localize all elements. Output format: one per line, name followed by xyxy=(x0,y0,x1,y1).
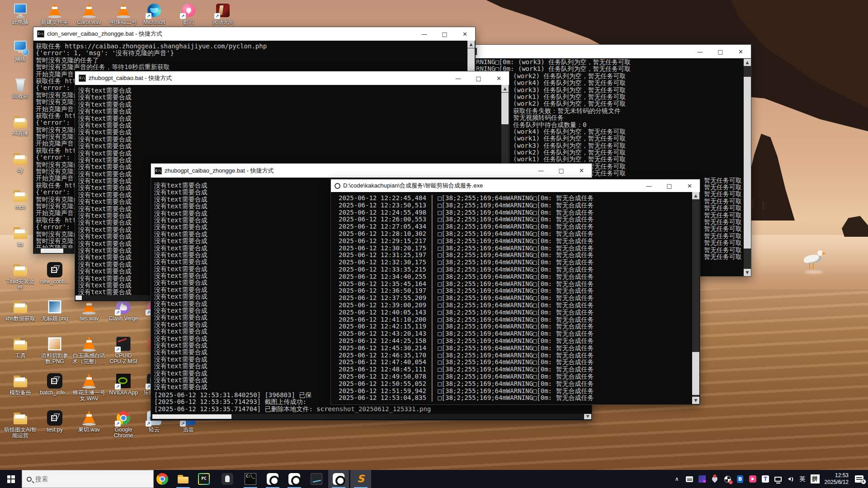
scroll-thumb[interactable] xyxy=(692,352,699,395)
scroll-up-arrow[interactable]: ▲ xyxy=(467,41,475,48)
scroll-down-arrow[interactable]: ▼ xyxy=(744,269,751,276)
pycharm-icon xyxy=(198,473,210,485)
console-app-icon xyxy=(335,183,340,189)
vlc-icon xyxy=(81,410,97,426)
scroll-thumb[interactable] xyxy=(152,414,231,419)
taskbar-app-chrome[interactable] xyxy=(152,470,173,488)
scroll-thumb[interactable] xyxy=(501,93,509,124)
pink-app-icon[interactable] xyxy=(749,475,757,483)
pin-app-icon[interactable] xyxy=(711,475,719,483)
scroll-down-arrow[interactable]: ▼ xyxy=(692,397,699,404)
close-button[interactable]: ✕ xyxy=(679,179,700,192)
minimize-button[interactable]: — xyxy=(448,71,468,85)
folder-icon xyxy=(13,262,28,277)
titlebar[interactable]: C:\ — □ ✕ xyxy=(466,45,751,58)
close-button[interactable]: ✕ xyxy=(571,164,592,178)
taskbar-app-o-app-2[interactable] xyxy=(284,470,305,488)
desktop-icon-microsoft[interactable]: ↗Microsoft xyxy=(134,3,174,25)
blue-app-icon[interactable] xyxy=(698,475,706,483)
titlebar[interactable]: C:\ zhubogpt_caibao_zhongge.bat - 快捷方式 —… xyxy=(151,164,592,178)
maximize-button[interactable]: □ xyxy=(551,164,571,178)
minimize-button[interactable]: — xyxy=(531,164,551,178)
maximize-button[interactable]: □ xyxy=(434,27,455,41)
taskbar-app-terminal[interactable] xyxy=(240,470,261,488)
hidden-icons-chevron[interactable]: ∧ xyxy=(673,475,681,483)
desktop-icon-batch_infe...[interactable]: batch_infe... xyxy=(35,373,75,396)
search-input[interactable] xyxy=(35,475,135,483)
ime-indicator[interactable]: 拼 xyxy=(811,474,820,483)
titlebar[interactable]: C:\ zhubogpt_caibao.bat - 快捷方式 — □ ✕ xyxy=(75,71,509,85)
taskbar-app-o-app-3[interactable] xyxy=(328,470,349,488)
horizontal-scrollbar[interactable]: ▼ xyxy=(151,414,591,419)
taskbar-app-pycharm[interactable] xyxy=(193,470,214,488)
bluetooth-icon[interactable]: B xyxy=(736,475,744,483)
desktop-icon-影刀[interactable]: ↗影刀 xyxy=(169,3,208,25)
terminal-line: 暂无任务可取 xyxy=(704,205,868,211)
vertical-scrollbar[interactable]: ▲ ▼ xyxy=(692,192,699,404)
desktop-icon-label: mcn xyxy=(15,205,26,211)
s-app-icon xyxy=(355,473,367,485)
cmd-icon: C:\ xyxy=(37,30,44,38)
scroll-up-arrow[interactable]: ▲ xyxy=(692,192,699,199)
minimize-button[interactable]: — xyxy=(690,45,710,58)
desktop-icon-白玉高感白话-术（完整）....[interactable]: 白玉高感白话 术（完整）.... xyxy=(69,336,109,365)
desktop-icon-test.py[interactable]: test.py xyxy=(35,410,75,433)
scroll-thumb[interactable] xyxy=(75,296,82,300)
desktop-icon-label: Clash Verge xyxy=(108,316,138,322)
terminal-line: 暂无任务可取 xyxy=(704,177,868,184)
titlebar[interactable]: D:\code\kakachupian\合成服务\智能剪辑合成服务.exe — … xyxy=(331,179,700,192)
taskbar-app-o-app-1[interactable] xyxy=(262,470,283,488)
scroll-down-arrow[interactable]: ▼ xyxy=(584,414,591,419)
desktop-icon-此电脑[interactable]: 此电脑 xyxy=(0,3,40,25)
close-button[interactable]: ✕ xyxy=(455,27,475,41)
desktop-icon-carol.wav[interactable]: Carol.wav xyxy=(69,3,109,25)
terminal-line: 2025-06-12 12:31:25,197 │ □[38;2;255;169… xyxy=(339,252,692,259)
scroll-thumb[interactable] xyxy=(744,77,751,249)
taskbar-app-s-app[interactable] xyxy=(350,470,371,488)
close-button[interactable]: ✕ xyxy=(489,71,509,85)
start-button[interactable] xyxy=(0,470,22,488)
desktop-icon-ttuid安装文-件[interactable]: Ttuid安装文 件 xyxy=(0,262,40,291)
desktop-icon-听悟图文ai智-能运营[interactable]: 听悟图文AI智 能运营 xyxy=(0,410,40,439)
touch-keyboard-icon[interactable] xyxy=(686,475,693,483)
maximize-button[interactable]: □ xyxy=(659,179,679,192)
desktop-icon-工具[interactable]: 工具 xyxy=(0,336,40,359)
desktop-icon-模型备份[interactable]: 模型备份 xyxy=(0,373,40,396)
o-app-2-icon xyxy=(288,473,300,485)
desktop-icon-新建文件夹[interactable]: 新建文件夹 xyxy=(35,3,75,25)
terminal-line: 2025-06-12 12:28:10,302 │ □[38;2;255;169… xyxy=(339,230,692,238)
folder-icon xyxy=(13,188,28,203)
scroll-up-arrow[interactable]: ▲ xyxy=(744,59,751,66)
terminal-line: 没有text需要合成 xyxy=(78,129,501,136)
minimize-button[interactable]: — xyxy=(414,27,434,41)
desktop-icon-无标题.png[interactable]: 无标题.png xyxy=(35,299,75,322)
volume-icon[interactable] xyxy=(787,475,795,483)
taskbar-app-performance-monitor[interactable] xyxy=(306,470,327,488)
desktop-icon-蜂花主播一号-女.wav[interactable]: 蜂花主播一号 女.WAV xyxy=(69,373,109,402)
maximize-button[interactable]: □ xyxy=(710,45,731,58)
desktop-icon-果切.wav[interactable]: 果切.wav xyxy=(69,410,109,433)
desktop-icon-语料切割参-数.png[interactable]: 语料切割参 数.PNG xyxy=(35,336,75,365)
taskbar-app-file-explorer[interactable] xyxy=(173,470,193,488)
teams-icon[interactable]: T xyxy=(762,475,769,483)
desktop-icon-new_confi...[interactable]: new_confi... xyxy=(35,262,75,285)
scroll-thumb[interactable] xyxy=(41,249,63,253)
language-indicator[interactable]: 英 xyxy=(800,475,806,483)
image-blue-icon xyxy=(47,299,62,314)
security-app-icon[interactable] xyxy=(724,475,731,483)
taskbar-app-dark-app[interactable] xyxy=(217,470,238,488)
clock[interactable]: 12:53 2025/6/12 xyxy=(825,472,849,486)
titlebar[interactable]: C:\ clon_server_caibao_zhongge.bat - 快捷方… xyxy=(33,27,475,41)
desktop-icon-xhs数据获取[interactable]: xhs数据获取 xyxy=(0,299,40,322)
desktop-icon-永动无间[interactable]: ↗永动无间 xyxy=(203,3,243,25)
desktop-icon-tws.wav[interactable]: tws.wav xyxy=(69,299,109,322)
network-icon[interactable] xyxy=(774,475,782,483)
notifications-icon[interactable]: 4 xyxy=(854,475,864,483)
minimize-button[interactable]: — xyxy=(639,179,659,192)
dark-app-icon xyxy=(222,473,233,485)
vertical-scrollbar[interactable]: ▲ ▼ xyxy=(744,59,751,276)
scroll-up-arrow[interactable]: ▲ xyxy=(501,85,509,92)
maximize-button[interactable]: □ xyxy=(468,71,489,85)
search-box[interactable] xyxy=(22,470,154,488)
close-button[interactable]: ✕ xyxy=(731,45,751,58)
